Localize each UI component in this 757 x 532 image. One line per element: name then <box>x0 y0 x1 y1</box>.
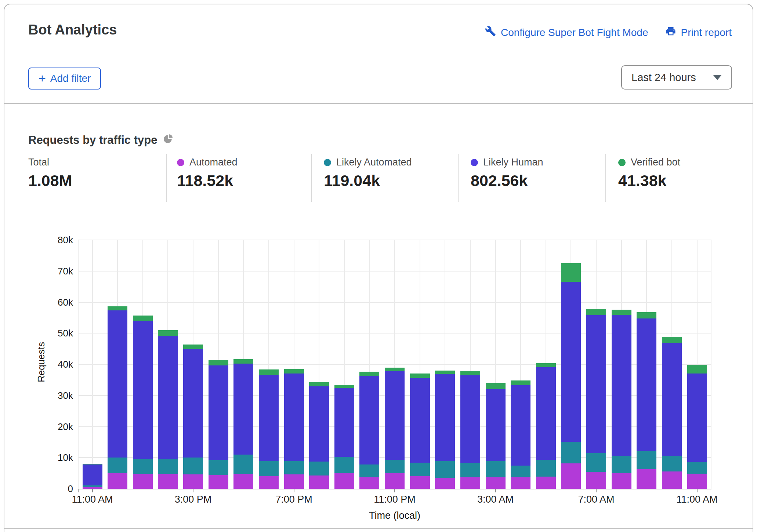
bar-segment-likely-human[interactable] <box>536 367 556 460</box>
bar-segment-likely-automated[interactable] <box>586 453 606 472</box>
bar-segment-verified-bot[interactable] <box>385 368 405 371</box>
add-filter-button[interactable]: + Add filter <box>28 68 101 90</box>
bar-segment-automated[interactable] <box>334 473 354 489</box>
bar-segment-verified-bot[interactable] <box>133 316 153 321</box>
bar-segment-likely-human[interactable] <box>309 386 329 462</box>
bar-segment-verified-bot[interactable] <box>108 306 127 310</box>
bar-segment-likely-automated[interactable] <box>662 456 682 471</box>
bar-segment-likely-human[interactable] <box>385 371 405 460</box>
bar-segment-likely-automated[interactable] <box>284 461 304 474</box>
bar-segment-likely-automated[interactable] <box>83 485 102 487</box>
bar-segment-likely-human[interactable] <box>83 464 102 485</box>
bar-segment-likely-human[interactable] <box>233 364 253 454</box>
bar-segment-automated[interactable] <box>612 473 631 489</box>
bar-segment-automated[interactable] <box>259 476 279 489</box>
bar-segment-verified-bot[interactable] <box>233 359 253 364</box>
bar-segment-likely-automated[interactable] <box>108 458 127 473</box>
bar-segment-likely-human[interactable] <box>410 378 430 463</box>
bar-segment-automated[interactable] <box>586 472 606 489</box>
bar-segment-verified-bot[interactable] <box>435 371 455 374</box>
bar-segment-verified-bot[interactable] <box>158 330 178 336</box>
bar-segment-likely-human[interactable] <box>586 315 606 453</box>
bar-segment-verified-bot[interactable] <box>586 309 606 315</box>
bar-segment-likely-human[interactable] <box>284 374 304 461</box>
bar-segment-likely-automated[interactable] <box>687 462 707 474</box>
bar-segment-likely-human[interactable] <box>108 310 127 458</box>
bar-segment-automated[interactable] <box>511 477 530 489</box>
bar-segment-likely-human[interactable] <box>359 376 379 464</box>
bar-segment-likely-automated[interactable] <box>334 457 354 473</box>
bar-segment-verified-bot[interactable] <box>662 337 682 343</box>
bar-segment-likely-automated[interactable] <box>209 460 228 475</box>
bar-segment-likely-automated[interactable] <box>359 464 379 477</box>
bar-segment-verified-bot[interactable] <box>209 360 228 365</box>
bar-segment-automated[interactable] <box>284 474 304 489</box>
bar-segment-automated[interactable] <box>133 474 153 489</box>
bar-segment-automated[interactable] <box>637 469 656 489</box>
bar-segment-likely-automated[interactable] <box>233 455 253 474</box>
bar-segment-verified-bot[interactable] <box>687 365 707 374</box>
bar-segment-verified-bot[interactable] <box>410 374 430 378</box>
bar-segment-automated[interactable] <box>486 477 506 489</box>
bar-segment-verified-bot[interactable] <box>334 385 354 388</box>
bar-segment-likely-automated[interactable] <box>158 459 178 474</box>
bar-segment-verified-bot[interactable] <box>536 363 556 368</box>
bar-segment-likely-human[interactable] <box>662 343 682 456</box>
bar-segment-automated[interactable] <box>209 475 228 489</box>
bar-segment-verified-bot[interactable] <box>561 263 581 282</box>
bar-segment-likely-human[interactable] <box>435 374 455 461</box>
bar-segment-likely-human[interactable] <box>612 315 631 456</box>
bar-segment-likely-human[interactable] <box>637 318 656 452</box>
bar-segment-likely-human[interactable] <box>687 374 707 462</box>
bar-segment-likely-human[interactable] <box>561 282 581 442</box>
bar-segment-likely-human[interactable] <box>486 389 506 462</box>
bar-segment-automated[interactable] <box>309 475 329 489</box>
bar-segment-automated[interactable] <box>662 471 682 489</box>
configure-super-bot-fight-mode-link[interactable]: Configure Super Bot Fight Mode <box>485 26 648 39</box>
bar-segment-likely-automated[interactable] <box>385 460 405 473</box>
bar-segment-automated[interactable] <box>410 476 430 489</box>
bar-segment-automated[interactable] <box>359 477 379 489</box>
bar-segment-likely-human[interactable] <box>158 336 178 459</box>
bar-segment-likely-automated[interactable] <box>259 461 279 476</box>
bar-segment-likely-automated[interactable] <box>612 456 631 473</box>
bar-segment-likely-human[interactable] <box>334 388 354 456</box>
bar-segment-likely-human[interactable] <box>460 375 480 463</box>
bar-segment-likely-automated[interactable] <box>460 463 480 477</box>
bar-segment-verified-bot[interactable] <box>183 345 203 349</box>
bar-segment-likely-human[interactable] <box>511 385 530 466</box>
bar-segment-likely-automated[interactable] <box>183 458 203 474</box>
bar-segment-likely-human[interactable] <box>259 375 279 462</box>
bar-segment-likely-automated[interactable] <box>410 463 430 476</box>
bar-segment-likely-automated[interactable] <box>561 442 581 463</box>
bar-segment-likely-automated[interactable] <box>637 451 656 469</box>
bar-segment-automated[interactable] <box>561 463 581 489</box>
bar-segment-verified-bot[interactable] <box>83 464 102 464</box>
bar-segment-verified-bot[interactable] <box>486 383 506 389</box>
bar-segment-automated[interactable] <box>536 477 556 489</box>
bar-segment-verified-bot[interactable] <box>511 380 530 385</box>
bar-segment-verified-bot[interactable] <box>359 372 379 376</box>
time-range-select[interactable]: Last 24 hours <box>621 65 732 90</box>
bar-segment-verified-bot[interactable] <box>284 369 304 374</box>
bar-segment-automated[interactable] <box>108 473 127 489</box>
print-report-link[interactable]: Print report <box>665 26 732 39</box>
bar-segment-automated[interactable] <box>385 473 405 489</box>
bar-segment-automated[interactable] <box>233 474 253 489</box>
bar-segment-likely-automated[interactable] <box>486 461 506 477</box>
bar-segment-likely-human[interactable] <box>183 349 203 458</box>
bar-segment-automated[interactable] <box>460 477 480 489</box>
bar-segment-verified-bot[interactable] <box>309 382 329 386</box>
bar-segment-likely-automated[interactable] <box>309 462 329 475</box>
bar-segment-verified-bot[interactable] <box>259 369 279 375</box>
bar-segment-likely-human[interactable] <box>209 365 228 460</box>
bar-segment-likely-human[interactable] <box>133 321 153 459</box>
bar-segment-likely-automated[interactable] <box>435 461 455 478</box>
bar-segment-verified-bot[interactable] <box>460 371 480 375</box>
bar-segment-verified-bot[interactable] <box>637 312 656 318</box>
bar-segment-automated[interactable] <box>183 474 203 489</box>
bar-segment-likely-automated[interactable] <box>536 460 556 477</box>
bar-segment-automated[interactable] <box>435 478 455 489</box>
bar-segment-likely-automated[interactable] <box>511 466 530 477</box>
bar-segment-automated[interactable] <box>687 474 707 489</box>
